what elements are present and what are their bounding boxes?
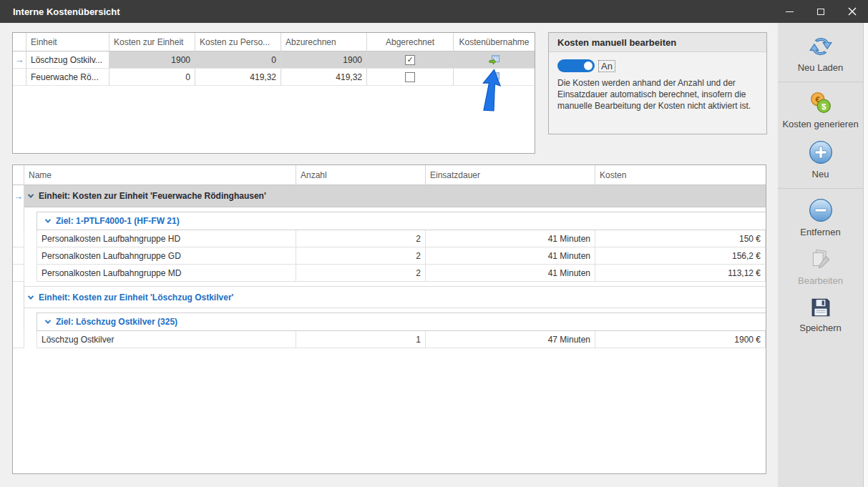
row-indicator [13,286,24,308]
close-icon [848,7,857,16]
column-header-kosten-zu-personal[interactable]: Kosten zu Perso... [195,33,281,51]
refresh-icon [809,34,833,59]
units-cost-grid: Einheit Kosten zur Einheit Kosten zu Per… [12,32,535,154]
row-indicator [13,230,24,247]
button-label: Neu [812,169,829,179]
maximize-button[interactable] [805,0,837,23]
abgerechnet-checkbox[interactable] [405,72,415,82]
cell-abzurechnen[interactable]: 419,32 [281,69,367,86]
cell-einheit[interactable]: Löschzug Ostkilv... [26,51,109,69]
table-row[interactable]: Personalkosten Laufbahngruppe HD 2 41 Mi… [13,230,766,247]
cell-einsatzdauer[interactable]: 47 Minuten [426,331,595,348]
table-row[interactable]: → Löschzug Ostkilv... 1900 0 1900 ✓ [13,51,535,69]
subgroup-label: Ziel: 1-PTLF4000-1 (HF-FW 21) [56,216,180,226]
column-header-einheit[interactable]: Einheit [26,33,109,51]
detail-grid-header: Name Anzahl Einsatzdauer Kosten [13,165,766,185]
cell-kosten-zur-einheit[interactable]: 1900 [109,51,195,69]
panel-body: An Die Kosten werden anhand der Anzahl u… [549,52,766,112]
row-indicator [13,265,24,282]
cell-abgerechnet: ✓ [367,51,454,69]
svg-text:$: $ [821,102,826,111]
window-title: Interne Kostenübersicht [0,6,120,17]
column-header-abzurechnen[interactable]: Abzurechnen [281,33,367,51]
subgroup-row-ziel-ptlf[interactable]: Ziel: 1-PTLF4000-1 (HF-FW 21) [13,212,766,230]
cell-kosten-zur-einheit[interactable]: 0 [109,69,195,86]
cell-kosten[interactable]: 156,2 € [595,247,766,265]
manual-edit-toggle[interactable] [557,59,595,72]
toggle-state-label: An [598,60,615,72]
reload-button[interactable]: Neu Laden [778,31,863,80]
cell-anzahl[interactable]: 1 [296,331,426,348]
table-row[interactable]: Personalkosten Laufbahngruppe MD 2 41 Mi… [13,265,766,282]
subgroup-label: Ziel: Löschzug Ostkilver (325) [56,317,177,327]
cell-abzurechnen[interactable]: 1900 [281,51,367,69]
table-row[interactable]: Löschzug Ostkilver 1 47 Minuten 1900 € [13,331,766,348]
maximize-icon [817,9,824,15]
chevron-down-icon[interactable] [28,293,34,299]
window-controls [774,0,868,23]
button-label: Speichern [799,323,842,333]
client-area: Einheit Kosten zur Einheit Kosten zu Per… [0,23,868,487]
button-label: Bearbeiten [798,275,843,286]
minus-circle-icon [808,197,834,223]
row-indicator [13,212,24,230]
cost-transfer-icon[interactable] [489,54,500,66]
subgroup-row-ziel-loeschzug[interactable]: Ziel: Löschzug Ostkilver (325) [13,313,766,331]
row-indicator [13,69,26,86]
plus-circle-icon [808,139,834,165]
column-header-anzahl[interactable]: Anzahl [296,165,426,185]
column-header-name[interactable]: Name [24,165,296,185]
row-arrow-icon: → [14,192,23,201]
column-header-kosten-zur-einheit[interactable]: Kosten zur Einheit [109,33,195,51]
cell-einheit[interactable]: Feuerwache Rö... [26,69,109,86]
chevron-down-icon[interactable] [28,192,34,197]
group-row-einheit-feuerwache[interactable]: → Einheit: Kosten zur Einheit 'Feuerwach… [13,185,766,207]
focused-row-indicator: → [13,51,26,69]
separator [778,188,863,189]
cell-name[interactable]: Personalkosten Laufbahngruppe HD [36,230,296,247]
cell-kosten-zu-personal[interactable]: 419,32 [195,69,281,86]
cell-name[interactable]: Personalkosten Laufbahngruppe MD [36,265,296,282]
coins-icon: € $ [809,91,833,115]
group-row-einheit-loeschzug[interactable]: Einheit: Kosten zur Einheit 'Löschzug Os… [13,286,766,308]
toggle-knob-icon [584,62,593,70]
cell-einsatzdauer[interactable]: 41 Minuten [426,265,595,282]
cell-anzahl[interactable]: 2 [296,265,426,282]
cell-anzahl[interactable]: 2 [296,247,426,265]
focused-row-indicator: → [13,185,24,207]
cell-abgerechnet [367,69,454,86]
edit-icon [809,247,833,272]
cell-kosten-zu-personal[interactable]: 0 [195,51,281,69]
row-arrow-icon: → [15,55,24,64]
cell-einsatzdauer[interactable]: 41 Minuten [426,247,595,265]
row-indicator [13,313,24,331]
cell-name[interactable]: Löschzug Ostkilver [36,331,296,348]
generate-costs-button[interactable]: € $ Kosten generieren [778,88,863,137]
minimize-button[interactable] [774,0,805,23]
cell-name[interactable]: Personalkosten Laufbahngruppe GD [36,247,296,265]
abgerechnet-checkbox[interactable]: ✓ [405,55,415,65]
save-button[interactable]: Speichern [778,293,863,340]
manual-edit-panel: Kosten manuell bearbeiten An Die Kosten … [548,32,767,134]
column-header-kostenuebernahme[interactable]: Kostenübernahme [454,33,535,51]
minimize-icon [786,11,794,12]
close-button[interactable] [837,0,868,23]
column-header-einsatzdauer[interactable]: Einsatzdauer [426,165,595,185]
cell-anzahl[interactable]: 2 [296,230,426,247]
column-header-kosten[interactable]: Kosten [595,165,766,185]
cell-kosten[interactable]: 1900 € [595,331,766,348]
remove-button[interactable]: Entfernen [778,195,863,245]
column-header-abgerechnet[interactable]: Abgerechnet [367,33,454,51]
button-label: Entfernen [800,227,840,237]
cell-kosten[interactable]: 150 € [595,230,766,247]
titlebar: Interne Kostenübersicht [0,0,868,23]
chevron-down-icon[interactable] [45,217,51,222]
table-row[interactable]: Personalkosten Laufbahngruppe GD 2 41 Mi… [13,247,766,265]
edit-button: Bearbeiten [778,245,863,293]
table-row[interactable]: Feuerwache Rö... 0 419,32 419,32 [13,69,535,86]
cell-kosten[interactable]: 113,12 € [595,265,766,282]
button-label: Kosten generieren [782,119,858,129]
cell-einsatzdauer[interactable]: 41 Minuten [426,230,595,247]
new-button[interactable]: Neu [778,137,863,187]
chevron-down-icon[interactable] [45,318,51,323]
